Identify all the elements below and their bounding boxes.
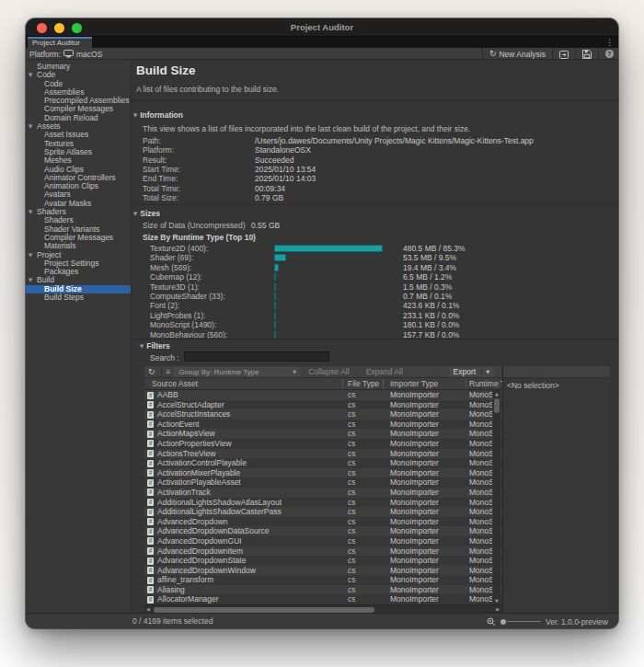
zoom-magnifier-icon [487,617,496,627]
cell-file-type: cs [348,409,356,420]
column-divider[interactable] [342,379,343,388]
zoom-slider-rail [507,621,541,623]
scroll-up-icon[interactable]: ▲ [493,391,500,397]
size-row-label: Shader (69): [150,253,193,262]
column-divider[interactable] [383,379,384,388]
size-row-shader-69-: Shader (69):53.5 MB / 9.5% [132,253,618,262]
csharp-script-icon: # [147,558,154,565]
save-report-button[interactable] [580,48,594,60]
load-report-button[interactable] [557,48,571,60]
tree-fold-icon[interactable]: ▼ [29,251,32,259]
table-row-advanceddropdownstate[interactable]: #AdvancedDropdownStatecsMonoImporterMono… [144,556,501,566]
view-options-icon[interactable]: ≡ [164,368,173,376]
help-button[interactable]: ? [603,48,616,60]
expand-all-button[interactable]: Expand All [358,367,411,376]
cell-source-asset: AABB [157,390,178,400]
table-row-activationtrack[interactable]: #ActivationTrackcsMonoImporterMonoScr [144,488,501,498]
desktop-background: { "window": { "title": "Project Auditor"… [0,0,644,667]
table-row-additionallightsshadowatlaslayout[interactable]: #AdditionalLightsShadowAtlasLayoutcsMono… [144,498,501,508]
table-row-activationmixerplayable[interactable]: #ActivationMixerPlayablecsMonoImporterMo… [144,468,501,478]
refresh-icon: ↻ [489,50,497,58]
cell-source-asset: AdvancedDropdownItem [157,546,243,557]
info-field-label: End Time: [143,174,178,183]
table-row-accelstructadapter[interactable]: #AccelStructAdaptercsMonoImporterMonoScr [144,400,501,410]
group-by-dropdown[interactable]: Group By: Runtime Type ▼ [174,367,300,377]
table-row-aliasing[interactable]: #AliasingcsMonoImporterMonoScr [144,585,501,595]
info-field-label: Total Size: [143,193,178,202]
table-row-actionpropertiesview[interactable]: #ActionPropertiesViewcsMonoImporterMonoS… [144,439,501,449]
tree-fold-icon[interactable]: ▼ [29,276,32,284]
window-titlebar[interactable]: Project Auditor [26,18,618,37]
sidebar-item-sprite-atlases[interactable]: Sprite Atlases [26,148,131,156]
sidebar-item-code[interactable]: ▼Code [26,71,131,79]
cell-importer-type: MonoImporter [390,517,439,527]
tab-project-auditor[interactable]: Project Auditor [28,37,92,48]
kebab-menu-icon[interactable]: ⋮ [605,37,614,48]
sidebar-item-shaders[interactable]: ▼Shaders [26,208,131,216]
info-field-value: 00:09:34 [255,184,285,193]
table-row-advanceddropdownwindow[interactable]: #AdvancedDropdownWindowcsMonoImporterMon… [144,566,501,576]
vertical-scroll-thumb[interactable] [494,398,500,413]
table-row-advanceddropdown[interactable]: #AdvancedDropdowncsMonoImporterMonoScr [144,517,501,527]
tree-fold-icon[interactable]: ▼ [29,208,32,216]
export-dropdown-button[interactable]: Export ▼ [449,367,494,377]
table-row-advanceddropdowndatasource[interactable]: #AdvancedDropdownDataSourcecsMonoImporte… [144,526,501,536]
csharp-script-icon: # [147,489,154,496]
table-row-actionstreeview[interactable]: #ActionsTreeViewcsMonoImporterMonoScr [144,449,501,459]
sidebar-item-build-steps[interactable]: Build Steps [26,293,131,302]
platform-label: Platform: [29,50,61,59]
zoom-slider[interactable] [500,619,541,625]
table-row-additionallightsshadowcasterpass[interactable]: #AdditionalLightsShadowCasterPasscsMonoI… [144,507,501,517]
column-divider[interactable] [466,379,466,388]
csharp-script-icon: # [147,411,154,419]
filters-section-header[interactable]: ▼Filters [140,341,170,351]
cell-file-type: cs [348,546,356,557]
sidebar-item-asset-issues[interactable]: Asset Issues [26,131,131,139]
table-row-advanceddropdownitem[interactable]: #AdvancedDropdownItemcsMonoImporterMonoS… [144,546,501,557]
column-importer-type[interactable]: Importer Type [390,378,438,390]
table-refresh-button[interactable]: ↻ [144,367,159,376]
table-row-accelstructinstances[interactable]: #AccelStructInstancescsMonoImporterMonoS… [144,409,501,420]
search-input[interactable] [184,351,329,362]
table-header: Source Asset File Type Importer Type Run… [144,378,501,390]
vertical-scrollbar[interactable]: ▲ ▼ [493,390,500,604]
table-row-affine-transform[interactable]: #affine_transformcsMonoImporterMonoScr [144,575,501,585]
column-file-type[interactable]: File Type [348,378,379,390]
toolbar-separator [598,49,599,59]
sidebar-item-label: Build Steps [44,293,84,302]
cell-source-asset: AdvancedDropdownGUI [157,536,242,546]
horizontal-scroll-thumb[interactable] [154,607,374,613]
horizontal-scrollbar[interactable]: ◀ ▶ [144,604,501,613]
cell-file-type: cs [348,468,356,478]
table-row-aabb[interactable]: #AABBcsMonoImporterMonoScr [144,390,501,400]
size-row-lightprobes-1-: LightProbes (1):233.1 KB / 0.0% [132,311,618,320]
cell-runtime-type: MonoScr [469,498,492,508]
sizes-section-header[interactable]: ▼Sizes [133,209,160,218]
cell-file-type: cs [348,390,356,400]
table-row-actionevent[interactable]: #ActionEventcsMonoImporterMonoScr [144,420,501,430]
column-source-asset[interactable]: Source Asset [152,378,198,390]
table-row-allocatormanager[interactable]: #AllocatorManagercsMonoImporterMonoScr [144,594,501,604]
details-panel-toolbar [503,366,610,378]
size-row-label: LightProbes (1): [150,311,205,320]
new-analysis-label: New Analysis [499,50,546,59]
tree-fold-icon[interactable]: ▼ [29,122,32,131]
collapse-all-button[interactable]: Collapse All [300,367,357,376]
cell-importer-type: MonoImporter [390,526,439,536]
new-analysis-button[interactable]: ↻ New Analysis [487,48,548,60]
csharp-script-icon: # [147,450,154,457]
table-row-advanceddropdowngui[interactable]: #AdvancedDropdownGUIcsMonoImporterMonoSc… [144,536,501,546]
table-row-activationcontrolplayable[interactable]: #ActivationControlPlayablecsMonoImporter… [144,458,501,468]
information-section-header[interactable]: ▼Information [133,110,183,120]
sidebar-item-animation-clips[interactable]: Animation Clips [26,182,131,190]
size-bar [274,302,276,309]
scroll-down-icon[interactable]: ▼ [493,598,500,604]
table-row-actionmapsview[interactable]: #ActionMapsViewcsMonoImporterMonoScr [144,429,501,439]
tree-fold-icon[interactable]: ▼ [29,71,32,79]
sidebar-item-compiler-messages[interactable]: Compiler Messages [26,234,131,242]
platform-selector[interactable]: Platform: macOS [29,48,102,60]
size-row-label: Texture2D (400): [150,244,208,253]
table-row-activationplayableasset[interactable]: #ActivationPlayableAssetcsMonoImporterMo… [144,477,501,488]
zoom-slider-knob[interactable] [500,619,506,625]
csharp-script-icon: # [147,469,154,477]
